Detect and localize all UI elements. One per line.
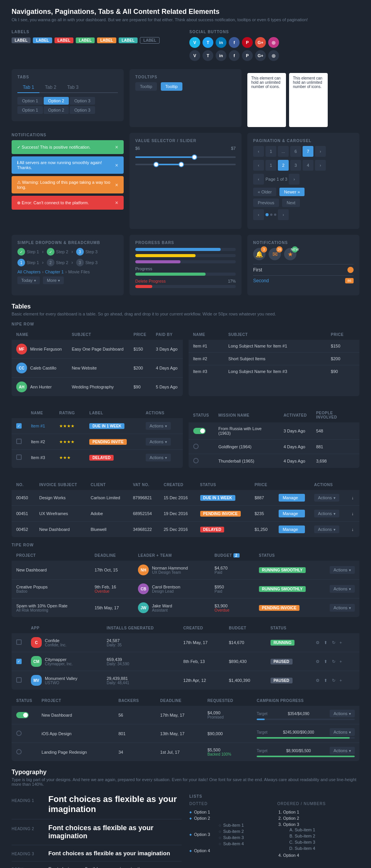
slider-track-1[interactable]: [135, 156, 236, 158]
breadcrumb-chapter-1[interactable]: Chapter 1: [45, 270, 64, 274]
inv-actions-1[interactable]: Actions: [314, 494, 339, 502]
breadcrumb-all-chapters[interactable]: All Chapters: [17, 270, 41, 274]
app-plus-icon-2[interactable]: +: [340, 659, 342, 664]
app-checkbox-2[interactable]: ✓: [16, 659, 22, 664]
actions-btn-3[interactable]: Actions: [146, 454, 171, 461]
carousel-next[interactable]: ›: [278, 209, 289, 220]
social-facebook-dark-btn[interactable]: f: [229, 50, 240, 61]
social-vimeo-btn[interactable]: V: [189, 37, 200, 48]
today-dropdown[interactable]: Today: [17, 276, 40, 284]
checkbox-3[interactable]: [16, 454, 22, 460]
page3-next[interactable]: ›: [289, 174, 300, 185]
app-checkbox-3[interactable]: [16, 677, 22, 683]
actions-btn-2[interactable]: Actions: [146, 438, 171, 446]
proj-actions-1[interactable]: Actions: [330, 566, 355, 574]
download-icon-3[interactable]: [352, 527, 354, 532]
camp-toggle-1[interactable]: [16, 712, 29, 718]
social-twitter-dark-btn[interactable]: T: [203, 50, 213, 61]
page3-prev[interactable]: ‹: [253, 174, 264, 185]
app-share-icon-1[interactable]: ⬆: [324, 640, 327, 645]
app-settings-icon-1[interactable]: ⚙: [316, 640, 320, 645]
page2-next[interactable]: ›: [315, 160, 326, 171]
social-pinterest-btn[interactable]: P: [242, 37, 253, 48]
page-prev-btn[interactable]: ‹: [253, 146, 264, 157]
page-1[interactable]: 1: [265, 146, 276, 157]
social-linkedin-dark-btn[interactable]: in: [216, 50, 226, 61]
app-share-icon-2[interactable]: ⬆: [324, 659, 327, 664]
app-settings-icon-3[interactable]: ⚙: [316, 678, 320, 683]
app-plus-icon-3[interactable]: +: [340, 678, 342, 683]
carousel-dot-2[interactable]: [270, 214, 272, 216]
radio-3[interactable]: [193, 458, 199, 463]
page2-prev[interactable]: ‹: [253, 160, 264, 171]
app-settings-icon-2[interactable]: ⚙: [316, 659, 320, 664]
social-vimeo-dark-btn[interactable]: V: [189, 50, 200, 61]
page-7[interactable]: 7: [303, 146, 313, 157]
app-refresh-icon-2[interactable]: ↻: [332, 659, 335, 664]
option-tab-2[interactable]: Option 2: [44, 97, 69, 105]
slider-track-2[interactable]: [135, 164, 236, 165]
social-google-btn[interactable]: G+: [255, 37, 266, 48]
tab-1[interactable]: Tab 1: [17, 82, 39, 92]
slider-thumb-2a[interactable]: [153, 162, 159, 167]
camp-actions-1[interactable]: Actions: [330, 710, 355, 717]
app-plus-icon-1[interactable]: +: [340, 640, 342, 645]
tooltip-btn-2[interactable]: Tooltip: [161, 82, 182, 91]
camp-actions-3[interactable]: Actions: [330, 747, 355, 754]
notif-success-close[interactable]: ×: [115, 144, 118, 150]
proj-actions-2[interactable]: Actions: [330, 585, 355, 593]
social-instagram-dark-btn[interactable]: ◎: [268, 50, 279, 61]
manage-btn-1[interactable]: Manage: [279, 494, 305, 502]
camp-actions-2[interactable]: Actions: [330, 728, 355, 736]
option-tab-r2-3[interactable]: Option 3: [70, 106, 95, 114]
social-twitter-btn[interactable]: T: [203, 37, 213, 48]
tab-3[interactable]: Tab 3: [62, 82, 84, 92]
checkbox-2[interactable]: [16, 439, 22, 444]
page2-3[interactable]: 3: [290, 160, 301, 171]
carousel-prev[interactable]: ‹: [253, 209, 264, 220]
slider-thumb-1[interactable]: [192, 154, 197, 160]
download-icon-1[interactable]: [352, 495, 354, 500]
manage-btn-3[interactable]: Manage: [279, 526, 305, 533]
social-google-dark-btn[interactable]: G+: [255, 50, 266, 61]
social-linkedin-btn[interactable]: in: [216, 37, 226, 48]
social-pinterest-dark-btn[interactable]: P: [242, 50, 253, 61]
option-tab-r2-1[interactable]: Option 1: [17, 106, 43, 114]
camp-radio-3[interactable]: [16, 749, 22, 754]
inv-actions-2[interactable]: Actions: [314, 510, 339, 517]
option-tab-r2-2[interactable]: Option 2: [44, 106, 69, 114]
manage-btn-2[interactable]: Manage: [279, 510, 305, 517]
notif-danger-close[interactable]: ×: [115, 200, 118, 206]
option-tab-3[interactable]: Option 3: [70, 97, 95, 105]
page2-1[interactable]: 1: [265, 160, 276, 171]
camp-radio-2[interactable]: [16, 731, 22, 736]
page-next-btn[interactable]: ›: [315, 146, 326, 157]
download-icon-2[interactable]: [352, 511, 354, 516]
tooltip-btn-1[interactable]: Tooltip: [135, 82, 157, 91]
proj-actions-3[interactable]: Actions: [330, 604, 355, 612]
toggle-1[interactable]: [193, 428, 206, 434]
notif-info-close[interactable]: ×: [115, 162, 118, 168]
radio-2[interactable]: [193, 444, 199, 449]
next-btn[interactable]: Next: [282, 198, 300, 207]
actions-btn-1[interactable]: Actions: [146, 422, 171, 430]
page2-4[interactable]: 4: [303, 160, 313, 171]
app-share-icon-3[interactable]: ⬆: [324, 678, 327, 683]
social-instagram-btn[interactable]: ◎: [268, 37, 279, 48]
page2-2[interactable]: 2: [278, 160, 289, 171]
app-refresh-icon-3[interactable]: ↻: [332, 678, 335, 683]
carousel-dot-3[interactable]: [274, 214, 276, 216]
newer-btn[interactable]: Newer »: [279, 188, 305, 196]
checkbox-1[interactable]: ✓: [16, 423, 22, 429]
page-6[interactable]: 6: [290, 146, 301, 157]
inv-actions-3[interactable]: Actions: [314, 526, 339, 533]
tab-2[interactable]: Tab 2: [39, 82, 61, 92]
app-checkbox-1[interactable]: [16, 639, 22, 645]
slider-thumb-2b[interactable]: [179, 162, 184, 167]
option-tab-1[interactable]: Option 1: [17, 97, 43, 105]
app-refresh-icon-1[interactable]: ↻: [332, 640, 335, 645]
older-btn[interactable]: « Older: [253, 188, 276, 196]
notif-warning-close[interactable]: ×: [115, 182, 118, 188]
previous-btn[interactable]: Previous: [253, 198, 279, 207]
social-facebook-btn[interactable]: f: [229, 37, 240, 48]
